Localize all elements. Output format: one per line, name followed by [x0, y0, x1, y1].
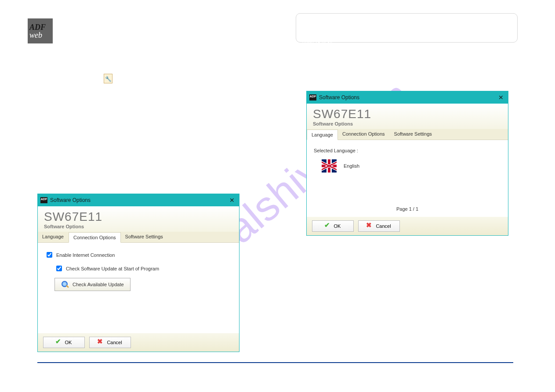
close-icon[interactable]: ✕	[228, 197, 236, 204]
check-update-start-checkbox[interactable]: Check Software Update at Start of Progra…	[54, 264, 232, 273]
tab-panel-language: Selected Language : English Page 1 / 1	[307, 140, 508, 217]
body-text: SOFTWARE OPTIONS: By pressing the "Setti…	[37, 61, 283, 155]
software-options-dialog-language: ADF Software Options ✕ SW67E11 Software …	[306, 91, 508, 236]
tab-settings[interactable]: Software Settings	[121, 232, 168, 242]
logo: ADF web	[28, 18, 53, 43]
tab-connection[interactable]: Connection Options	[338, 129, 390, 140]
body-p2: In the section "Language" it is possible…	[37, 97, 283, 105]
cancel-button[interactable]: Cancel	[358, 220, 400, 232]
body-p3: In the section "Connection Options", it …	[37, 132, 283, 155]
doc-info-line3: Revision 1.000	[302, 32, 511, 39]
tab-language[interactable]: Language	[38, 232, 69, 242]
page-indicator: Page 1 / 1	[307, 206, 508, 212]
app-icon: ADF	[40, 197, 47, 203]
tab-language[interactable]: Language	[307, 129, 338, 140]
tab-bar: Language Connection Options Software Set…	[307, 129, 508, 140]
dialog-title: Software Options	[319, 94, 359, 101]
dialog-client: SW67E11 Software Options	[307, 104, 508, 129]
tab-connection[interactable]: Connection Options	[69, 232, 121, 243]
app-subtitle: Software Options	[313, 121, 502, 126]
dialog-client: SW67E11 Software Options	[38, 206, 239, 232]
tab-settings[interactable]: Software Settings	[390, 129, 437, 140]
ok-button[interactable]: OK	[43, 337, 85, 348]
x-icon	[98, 339, 104, 345]
app-title: SW67E11	[313, 108, 502, 120]
check-available-update-button[interactable]: Check Available Update	[54, 278, 131, 291]
tab-bar: Language Connection Options Software Set…	[38, 232, 239, 243]
doc-info-box: User Manual EtherCAT Slave / S7comm Clie…	[296, 13, 518, 43]
close-icon[interactable]: ✕	[497, 94, 505, 101]
flag-uk-icon	[322, 159, 337, 173]
app-icon: ADF	[309, 94, 316, 101]
check-icon	[325, 223, 331, 229]
language-option[interactable]: English	[322, 159, 501, 173]
footer-rule	[37, 362, 513, 363]
body-p1: By pressing the "Settings" () button the…	[37, 74, 283, 91]
language-name: English	[344, 163, 359, 169]
logo-line1: ADF	[29, 23, 53, 31]
dialog-title: Software Options	[50, 197, 91, 203]
doc-info-line4: Page 18 of 34	[302, 39, 511, 47]
selected-language-label: Selected Language :	[314, 148, 501, 153]
doc-info-line1: User Manual EtherCAT Slave / S7comm Clie…	[302, 17, 511, 25]
settings-icon	[104, 74, 112, 83]
enable-internet-checkbox[interactable]: Enable Internet Connection	[45, 251, 232, 259]
magnifier-icon	[61, 281, 69, 288]
dialog-titlebar[interactable]: ADF Software Options ✕	[38, 194, 239, 206]
dialog-titlebar[interactable]: ADF Software Options ✕	[307, 91, 508, 104]
body-heading: SOFTWARE OPTIONS:	[37, 61, 283, 69]
enable-internet-input[interactable]	[47, 252, 52, 258]
doc-header: Industrial Electronic Devices	[57, 23, 123, 29]
tab-panel-connection: Enable Internet Connection Check Softwar…	[38, 243, 239, 333]
x-icon	[367, 223, 373, 229]
cancel-button[interactable]: Cancel	[89, 337, 131, 348]
app-subtitle: Software Options	[44, 224, 233, 229]
check-icon	[56, 340, 62, 345]
dialog-buttons: OK Cancel	[307, 217, 508, 235]
dialog-buttons: OK Cancel	[38, 333, 239, 352]
app-title: SW67E11	[44, 211, 233, 223]
doc-info-line2: Document code: MN67E11_ENG	[302, 25, 511, 32]
ok-button[interactable]: OK	[312, 220, 354, 232]
software-options-dialog-connection: ADF Software Options ✕ SW67E11 Software …	[37, 194, 239, 352]
check-update-start-input[interactable]	[56, 266, 62, 271]
logo-line2: web	[29, 31, 53, 39]
